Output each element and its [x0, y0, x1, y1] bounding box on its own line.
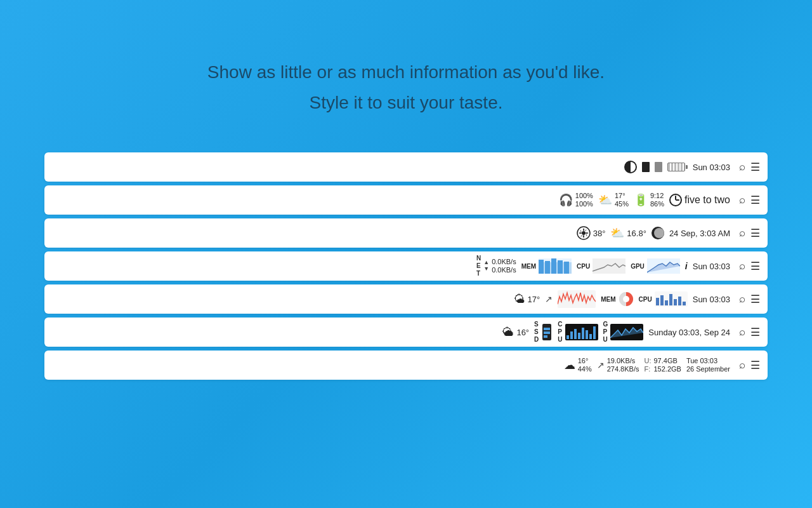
menu-icon-row5[interactable]: ☰: [750, 293, 760, 306]
svg-rect-15: [656, 298, 659, 305]
svg-rect-33: [589, 334, 592, 339]
row5-time: Sun 03:03: [693, 295, 730, 304]
svg-rect-17: [665, 300, 668, 305]
cpu-temp-row3: 38°: [593, 229, 606, 238]
row3-time: 24 Sep, 3:03 AM: [669, 229, 730, 238]
menu-icon-row3[interactable]: ☰: [750, 227, 760, 240]
tagline-line1: Show as little or as much information as…: [207, 57, 605, 88]
disk-values-row7: 97.4GB 152.2GB: [653, 357, 681, 373]
svg-rect-21: [683, 302, 686, 305]
row7-time-item: Tue 03:03 26 September: [686, 357, 730, 373]
svg-rect-6: [551, 258, 556, 274]
mem-label-row4: MEM: [521, 263, 536, 270]
row2-headphones-item: 🎧 100% 100%: [559, 192, 593, 208]
weather-temp-row3: 16.8°: [627, 229, 646, 238]
weather-values-row7: 16° 44%: [578, 357, 592, 373]
menu-icon-row2[interactable]: ☰: [750, 194, 760, 207]
mem-pie-row5: [619, 291, 634, 307]
cloud-icon-row3: ⛅: [610, 226, 624, 240]
half-circle-icon: [624, 161, 637, 173]
row2-battery-item: 🔋 9:12 86%: [634, 192, 664, 208]
row1-rect1-item: [642, 162, 650, 172]
cloud-icon-row7: ☁: [564, 358, 575, 372]
net-values-row4: 0.0KB/s 0.0KB/s: [492, 258, 516, 274]
menubar-row1: Sun 03:03 ⌕ ☰: [44, 152, 768, 182]
svg-rect-30: [578, 333, 580, 339]
weather-temp-row5: 17°: [528, 295, 540, 304]
battery-dots-icon: [667, 163, 688, 171]
row5-weather-item: 🌤 17°: [514, 293, 540, 306]
net-arrow-icon-row7: ↗: [597, 360, 605, 370]
svg-rect-8: [564, 262, 569, 274]
menubar-row7: ☁ 16° 44% ↗ 19.0KB/s 274.8KB/s U: F: 97.…: [44, 351, 768, 380]
svg-rect-5: [545, 261, 550, 274]
menu-icon-row7[interactable]: ☰: [750, 359, 760, 372]
svg-rect-19: [674, 299, 677, 305]
row4-time-text: Sun 03:03: [693, 262, 730, 271]
search-icon-row1[interactable]: ⌕: [739, 161, 745, 173]
menu-icon-row4[interactable]: ☰: [750, 260, 760, 273]
svg-rect-18: [669, 294, 672, 305]
row3-time-text: 24 Sep, 3:03 AM: [669, 229, 730, 238]
ssd-label-row6: S S D: [534, 321, 539, 344]
waveform-chart-row5: [558, 290, 596, 308]
search-icon-row2[interactable]: ⌕: [739, 194, 745, 206]
menu-icon-row6[interactable]: ☰: [750, 326, 760, 339]
row4-cpu-item: CPU: [577, 258, 625, 274]
row5-arrow-item: ↗: [545, 294, 553, 304]
net-arrows: ▲ ▼: [483, 260, 489, 272]
cpu-chart-row5: [655, 291, 688, 307]
bars-container: Sun 03:03 ⌕ ☰ 🎧 100% 100% ⛅ 17° 45% 🔋 9:…: [44, 152, 768, 380]
menu-icon-row1[interactable]: ☰: [750, 161, 760, 174]
battery-body: [667, 163, 685, 171]
cpu-label-row6: C P U: [558, 321, 562, 344]
battery-icon-row2: 🔋: [634, 193, 648, 207]
tagline: Show as little or as much information as…: [207, 57, 605, 117]
weather-icon-row6: 🌥: [502, 326, 514, 339]
time-values-row7: Tue 03:03 26 September: [686, 357, 730, 373]
moon-icon-row3: [652, 227, 664, 239]
cpu-label-row4: CPU: [577, 263, 590, 270]
info-icon-row4: i: [685, 261, 688, 271]
search-icon-row7[interactable]: ⌕: [739, 359, 745, 371]
row6-ssd-item: S S D: [534, 321, 553, 344]
row6-cpu-item: C P U: [558, 321, 598, 344]
sun-cloud-icon-row5: 🌤: [514, 293, 525, 306]
svg-rect-28: [570, 331, 573, 339]
search-icon-row5[interactable]: ⌕: [739, 293, 745, 305]
svg-rect-4: [539, 260, 544, 274]
row1-time: Sun 03:03: [693, 163, 730, 172]
cpu-fan-icon: [577, 226, 591, 240]
rect2-icon: [655, 162, 662, 172]
net-values-row7: 19.0KB/s 274.8KB/s: [607, 357, 639, 373]
menubar-row5: 🌤 17° ↗ MEM CPU: [44, 284, 768, 314]
search-icon-row6[interactable]: ⌕: [739, 326, 745, 338]
search-icon-row4[interactable]: ⌕: [739, 260, 745, 272]
cpu-chart-row4: [593, 258, 625, 274]
row6-gpu-item: G P U: [603, 321, 644, 344]
svg-rect-34: [593, 326, 596, 339]
clock-icon-row2: [669, 194, 682, 206]
row2-weather-item: ⛅ 17° 45%: [598, 192, 629, 208]
weather-temp-row6: 16°: [516, 328, 529, 337]
svg-rect-7: [558, 260, 563, 274]
row5-mem-item: MEM: [601, 291, 633, 307]
menubar-row3: 38° ⛅ 16.8° 24 Sep, 3:03 AM ⌕ ☰: [44, 218, 768, 248]
headphones-icon: 🎧: [559, 193, 573, 207]
row4-net-item: N E T ▲ ▼ 0.0KB/s 0.0KB/s: [476, 255, 516, 277]
row1-battery-item: [667, 163, 688, 171]
tagline-line2: Style it to suit your taste.: [207, 88, 605, 118]
row4-mem-item: MEM: [521, 258, 572, 274]
row7-weather-item: ☁ 16° 44%: [564, 357, 592, 373]
search-icon-row3[interactable]: ⌕: [739, 227, 745, 239]
svg-point-13: [623, 296, 629, 302]
row7-net-item: ↗ 19.0KB/s 274.8KB/s: [597, 357, 639, 373]
svg-rect-24: [544, 331, 550, 334]
row5-cpu-item: CPU: [639, 291, 688, 307]
svg-rect-25: [544, 335, 547, 338]
row6-weather-item: 🌥 16°: [502, 326, 529, 339]
menubar-row2: 🎧 100% 100% ⛅ 17° 45% 🔋 9:12 86%: [44, 185, 768, 215]
row3-weather-item: ⛅ 16.8°: [610, 226, 646, 240]
gpu-label-row6: G P U: [603, 321, 608, 344]
mem-chart-row4: [539, 258, 572, 274]
